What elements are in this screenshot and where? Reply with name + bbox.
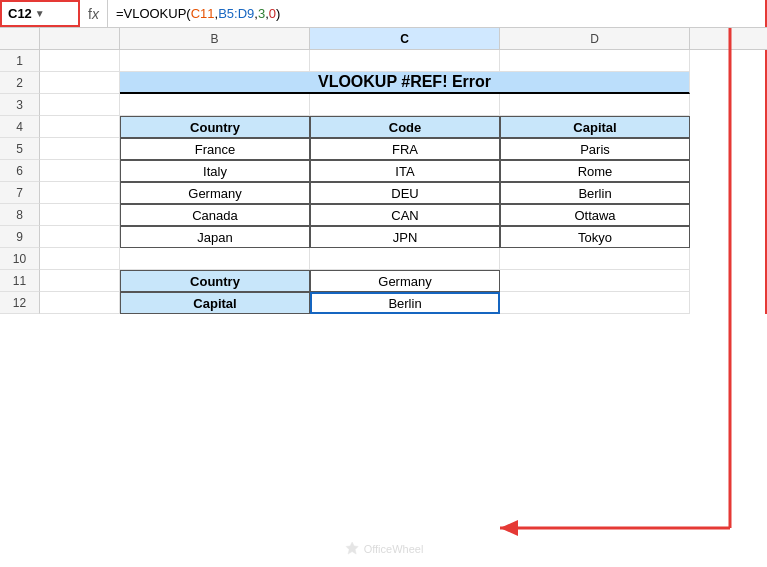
cell-b11-country: Country (120, 270, 310, 292)
row-10: 10 (0, 248, 765, 270)
cell-a8[interactable] (40, 204, 120, 226)
row-num-6: 6 (0, 160, 40, 182)
formula-arg4: 0 (269, 6, 276, 21)
cell-a4[interactable] (40, 116, 120, 138)
cell-d1[interactable] (500, 50, 690, 72)
cell-d6[interactable]: Rome (500, 160, 690, 182)
cell-b12-capital: Capital (120, 292, 310, 314)
row-num-1: 1 (0, 50, 40, 72)
cell-d9[interactable]: Tokyo (500, 226, 690, 248)
row-num-9: 9 (0, 226, 40, 248)
cell-a10[interactable] (40, 248, 120, 270)
col-country-header: Country (190, 120, 240, 135)
row-8: 8 Canada CAN Ottawa (0, 204, 765, 226)
cell-c9[interactable]: JPN (310, 226, 500, 248)
col-code-header: Code (389, 120, 422, 135)
cell-a9[interactable] (40, 226, 120, 248)
formula-arg3: 3 (258, 6, 265, 21)
formula-prefix: =VLOOKUP( (116, 6, 191, 21)
cell-b8[interactable]: Canada (120, 204, 310, 226)
cell-b9[interactable]: Japan (120, 226, 310, 248)
cell-c6[interactable]: ITA (310, 160, 500, 182)
cell-a12[interactable] (40, 292, 120, 314)
row-7: 7 Germany DEU Berlin (0, 182, 765, 204)
formula-bar: C12 ▼ fx =VLOOKUP(C11,B5:D9,3,0) (0, 0, 767, 28)
cell-d7[interactable]: Berlin (500, 182, 690, 204)
watermark: OfficeWheel (344, 541, 424, 557)
cell-b5[interactable]: France (120, 138, 310, 160)
cell-b6[interactable]: Italy (120, 160, 310, 182)
svg-marker-2 (500, 520, 518, 536)
cell-a6[interactable] (40, 160, 120, 182)
row-num-10: 10 (0, 248, 40, 270)
cell-d3[interactable] (500, 94, 690, 116)
watermark-icon (344, 541, 360, 557)
cell-d8[interactable]: Ottawa (500, 204, 690, 226)
cell-a5[interactable] (40, 138, 120, 160)
cell-c5[interactable]: FRA (310, 138, 500, 160)
spreadsheet-title: VLOOKUP #REF! Error (318, 73, 491, 91)
cell-c11-germany[interactable]: Germany (310, 270, 500, 292)
row-5: 5 France FRA Paris (0, 138, 765, 160)
cell-b1[interactable] (120, 50, 310, 72)
cell-d10[interactable] (500, 248, 690, 270)
lookup-capital-label: Capital (193, 296, 236, 311)
row-9: 9 Japan JPN Tokyo (0, 226, 765, 248)
cell-d5[interactable]: Paris (500, 138, 690, 160)
formula-input[interactable]: =VLOOKUP(C11,B5:D9,3,0) (108, 0, 767, 27)
cell-d4-capital-header: Capital (500, 116, 690, 138)
row-num-7: 7 (0, 182, 40, 204)
cell-c8[interactable]: CAN (310, 204, 500, 226)
row-num-2: 2 (0, 72, 40, 94)
row-2: 2 VLOOKUP #REF! Error (0, 72, 765, 94)
cell-a7[interactable] (40, 182, 120, 204)
col-header-d[interactable]: D (500, 28, 690, 49)
row-11: 11 Country Germany (0, 270, 765, 292)
cell-b7[interactable]: Germany (120, 182, 310, 204)
col-header-a[interactable] (40, 28, 120, 49)
cell-b3[interactable] (120, 94, 310, 116)
row-num-11: 11 (0, 270, 40, 292)
col-capital-header: Capital (573, 120, 616, 135)
formula-suffix: ) (276, 6, 280, 21)
cell-ref-dropdown-icon[interactable]: ▼ (35, 8, 45, 19)
col-header-b[interactable]: B (120, 28, 310, 49)
row-num-12: 12 (0, 292, 40, 314)
row-num-8: 8 (0, 204, 40, 226)
cell-d11[interactable] (500, 270, 690, 292)
row-12: 12 Capital Berlin (0, 292, 765, 314)
cell-c7[interactable]: DEU (310, 182, 500, 204)
cell-c4-code-header: Code (310, 116, 500, 138)
lookup-country-label: Country (190, 274, 240, 289)
cell-b4-country-header: Country (120, 116, 310, 138)
cell-reference-label: C12 (8, 6, 32, 21)
lookup-capital-value: Berlin (388, 296, 421, 311)
row-1: 1 (0, 50, 765, 72)
cell-a1[interactable] (40, 50, 120, 72)
lookup-country-value: Germany (378, 274, 431, 289)
row-num-5: 5 (0, 138, 40, 160)
column-headers: B C D (0, 28, 767, 50)
formula-arg1: C11 (191, 6, 215, 21)
fx-label: fx (80, 0, 108, 27)
cell-a2[interactable] (40, 72, 120, 94)
row-num-4: 4 (0, 116, 40, 138)
cell-reference-box[interactable]: C12 ▼ (0, 0, 80, 27)
cell-a11[interactable] (40, 270, 120, 292)
col-header-c[interactable]: C (310, 28, 500, 49)
cell-c10[interactable] (310, 248, 500, 270)
row-3: 3 (0, 94, 765, 116)
row-6: 6 Italy ITA Rome (0, 160, 765, 182)
watermark-text: OfficeWheel (364, 543, 424, 555)
corner-cell (0, 28, 40, 49)
cell-d12[interactable] (500, 292, 690, 314)
cell-c3[interactable] (310, 94, 500, 116)
formula-arg2: B5:D9 (218, 6, 254, 21)
spreadsheet-grid: 1 2 VLOOKUP #REF! Error 3 4 (0, 50, 767, 314)
cell-b10[interactable] (120, 248, 310, 270)
title-cell: VLOOKUP #REF! Error (120, 72, 690, 94)
cell-c12-berlin[interactable]: Berlin (310, 292, 500, 314)
cell-c1[interactable] (310, 50, 500, 72)
cell-a3[interactable] (40, 94, 120, 116)
row-4: 4 Country Code Capital (0, 116, 765, 138)
